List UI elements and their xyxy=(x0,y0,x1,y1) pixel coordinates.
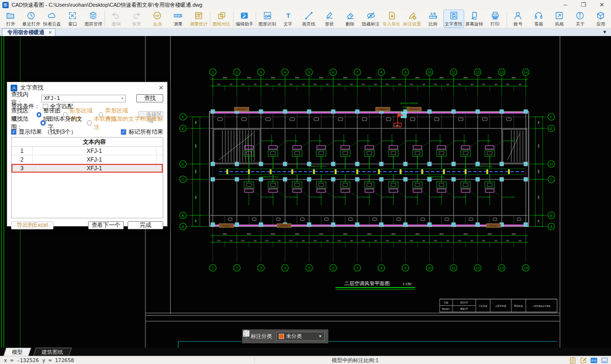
toolbar-button-measure-stats[interactable]: 测量统计 xyxy=(188,10,209,28)
svg-text:12: 12 xyxy=(476,70,480,75)
toolbar-button-text-search[interactable]: 文字查找 xyxy=(443,10,464,28)
range-software-radio[interactable] xyxy=(87,120,92,126)
compare-icon xyxy=(217,11,226,20)
toolbar-button-style[interactable]: 风格 xyxy=(549,10,570,28)
tabstrip-caret-icon[interactable]: ▼ xyxy=(602,29,607,35)
toolbar-label-scale: 比例 xyxy=(429,21,437,27)
mark-all-label: 标记所有结果 xyxy=(129,128,163,136)
svg-text:风机盘管卧式暗装: 风机盘管卧式暗装 xyxy=(310,140,322,142)
toolbar-label-text: 文字 xyxy=(284,21,292,27)
find-button[interactable]: 查找 xyxy=(136,94,163,102)
toolbar-label-apps: 应用 xyxy=(596,21,605,27)
svg-text:风机盘管卧式暗装: 风机盘管卧式暗装 xyxy=(358,140,370,142)
svg-text:小区宿舍楼: 小区宿舍楼 xyxy=(495,304,507,307)
svg-text:500: 500 xyxy=(494,84,497,86)
svg-text:6: 6 xyxy=(332,70,334,75)
toolbar-button-support[interactable]: 客服 xyxy=(528,10,549,28)
window-title: CAD快速看图 - C:\Users\ruohan\Desktop\CAD快速看… xyxy=(12,1,202,9)
toolbar-button-print[interactable]: 打印 xyxy=(485,10,506,28)
close-button[interactable]: ✕ xyxy=(593,0,611,10)
annotation-class-dropdown[interactable]: 未分类 ▼ xyxy=(276,332,325,341)
svg-text:风机盘管卧式暗装: 风机盘管卧式暗装 xyxy=(502,140,515,142)
toolbar-button-rotate-screen[interactable]: 屏幕旋转 xyxy=(464,10,485,28)
svg-text:500: 500 xyxy=(446,240,449,242)
toolbar-label-rotate-screen: 屏幕旋转 xyxy=(466,21,483,27)
doc-tab-active[interactable]: 专用宿舍楼暖通 ✕ xyxy=(2,28,55,36)
lasso-icon xyxy=(325,11,334,20)
toolbar-button-window[interactable]: 窗口 xyxy=(62,10,83,28)
note-icon[interactable] xyxy=(569,357,576,364)
toolbar-button-undo: 撤销 xyxy=(105,10,126,28)
svg-text:3600: 3600 xyxy=(343,233,348,235)
drawing-canvas[interactable]: 3600175050036001750500360017505003600175… xyxy=(0,36,611,348)
search-content-combobox[interactable]: XFJ-1 ▾ xyxy=(41,95,126,102)
svg-text:1: 1 xyxy=(212,266,214,270)
result-row-2[interactable]: 2 XFJ-1 xyxy=(12,155,163,164)
toolbar-button-vip[interactable]: VIP会员 xyxy=(147,10,168,28)
export-excel-button[interactable]: 导出到Excel xyxy=(11,221,53,229)
toolbar-button-scale[interactable]: A:B比例 xyxy=(423,10,443,28)
svg-text:500: 500 xyxy=(398,84,401,86)
result-index: 1 xyxy=(12,147,33,155)
toolbar-button-import-export[interactable]: 导入导出 xyxy=(381,10,402,28)
toolbar-button-annotation-settings[interactable]: 标注设置 xyxy=(402,10,423,28)
done-button[interactable]: 完成 xyxy=(128,221,163,229)
style-win-icon xyxy=(555,11,564,20)
svg-text:500: 500 xyxy=(422,240,425,242)
result-row-3[interactable]: 3 XFJ-1 xyxy=(12,164,163,173)
range-drawing-radio[interactable] xyxy=(40,120,46,126)
result-row-1[interactable]: 1 XFJ-1 xyxy=(12,147,163,155)
svg-text:3600: 3600 xyxy=(440,233,444,235)
toolbar-button-hide-annotations[interactable]: 隐藏标注 xyxy=(361,10,381,28)
svg-text:风机盘管卧式暗装: 风机盘管卧式暗装 xyxy=(261,140,274,142)
toolbar-button-recent-open[interactable]: 最近打开 xyxy=(21,10,41,28)
svg-text:图纸名称: 图纸名称 xyxy=(514,305,523,307)
toolbar-button-draw-line[interactable]: 画直线 xyxy=(299,10,319,28)
svg-text:风机盘管卧式暗装: 风机盘管卧式暗装 xyxy=(261,196,274,198)
maximize-button[interactable]: ❐ xyxy=(574,0,593,10)
precision-badge-icon[interactable]: P-O xyxy=(590,357,598,364)
mark-all-checkbox[interactable]: ✓ xyxy=(121,129,126,135)
toolbar-button-text[interactable]: T文字 xyxy=(278,10,299,28)
minimize-button[interactable]: – xyxy=(556,0,574,10)
rotate-icon xyxy=(470,11,479,20)
svg-text:500: 500 xyxy=(494,240,497,242)
svg-text:8: 8 xyxy=(380,266,382,270)
tab-model[interactable]: 模型 xyxy=(3,348,31,356)
toolbar-button-measure[interactable]: 测量 xyxy=(168,10,188,28)
toolbar-button-layer-manager[interactable]: 图层管理 xyxy=(83,10,104,28)
headset-icon xyxy=(534,11,543,20)
info-icon xyxy=(575,11,585,20)
edit-note-icon[interactable] xyxy=(580,357,587,364)
toolbar-button-delete[interactable]: 删除 xyxy=(340,10,361,28)
toolbar-button-cloud[interactable]: 快看云盘 xyxy=(41,10,62,28)
svg-text:B: B xyxy=(550,213,552,218)
toolbar-button-open[interactable]: 打开 xyxy=(0,10,21,28)
toolbar-button-account[interactable]: 账号 xyxy=(507,10,528,28)
view-next-button[interactable]: 查看下一个 xyxy=(88,221,124,229)
toolbar-button-edit-assistant[interactable]: 编辑助手 xyxy=(234,10,255,28)
paste-annotation-icon[interactable] xyxy=(242,329,250,338)
tab-architectural[interactable]: 建筑图纸 xyxy=(33,348,72,356)
svg-text:风机盘管卧式暗装: 风机盘管卧式暗装 xyxy=(430,140,442,142)
svg-text:900: 900 xyxy=(195,121,197,124)
show-results-checkbox[interactable]: ✓ xyxy=(11,129,16,135)
svg-text:1750: 1750 xyxy=(241,84,244,86)
dialog-close-icon[interactable]: ✕ xyxy=(158,84,164,91)
svg-text:镀锌钢板风管吊顶内安装: 镀锌钢板风管吊顶内安装 xyxy=(426,176,445,178)
toolbar-button-apps[interactable]: 应用 xyxy=(590,10,611,28)
doc-tab-close-icon[interactable]: ✕ xyxy=(48,30,52,35)
toolbar-button-about[interactable]: 关于 xyxy=(570,10,590,28)
svg-text:风机盘管卧式暗装: 风机盘管卧式暗装 xyxy=(454,196,467,198)
svg-text:3600: 3600 xyxy=(464,233,468,235)
toolbar-button-shape-recognition[interactable]: 图形识别 xyxy=(257,10,278,28)
found-count: （找到3个） xyxy=(44,128,77,136)
svg-text:3600: 3600 xyxy=(367,233,372,235)
svg-text:日期: 日期 xyxy=(444,301,449,304)
toolbar-button-drawing-compare[interactable]: 图纸对比 xyxy=(211,10,232,28)
edit-doc-icon xyxy=(240,11,249,20)
title-block: 日期2014.07图纸编号暖施-07工程名称小区宿舍楼图纸名称二层空调风管平面图 xyxy=(440,299,557,312)
toolbar-button-shapes[interactable]: 形状 xyxy=(319,10,340,28)
panel-toggle-icon[interactable] xyxy=(601,357,608,364)
folder-icon xyxy=(6,11,15,20)
